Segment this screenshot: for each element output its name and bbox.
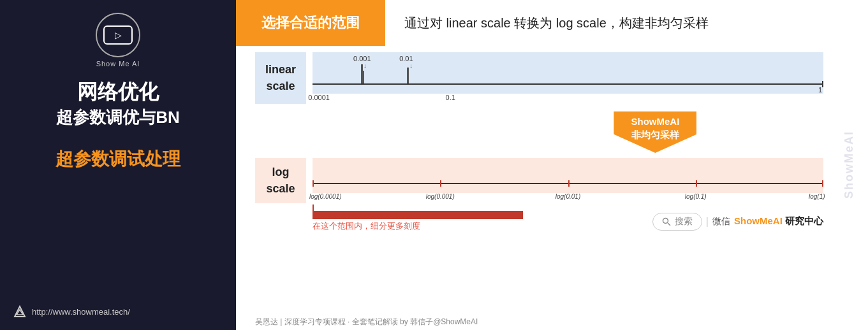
search-bar[interactable]: 搜索 xyxy=(652,213,702,231)
brand-rest: 研究中心 xyxy=(785,215,823,226)
logo-text: Show Me AI xyxy=(96,60,140,68)
log-tick-4 xyxy=(822,180,823,187)
log-label-text: logscale xyxy=(266,164,295,196)
arrow-01: ↓ xyxy=(409,62,413,69)
search-divider: | xyxy=(706,216,709,227)
log-ll-3: log(0.1) xyxy=(685,193,707,200)
bracket-right xyxy=(522,211,523,219)
log-chart xyxy=(313,158,823,193)
header-orange-label: 选择合适的范围 xyxy=(236,0,385,46)
ann-01: 0.01 xyxy=(399,55,413,62)
svg-point-2 xyxy=(663,218,668,223)
log-ll-1: log(0.001) xyxy=(426,193,455,200)
sidebar-title1: 网络优化 xyxy=(77,79,159,106)
sidebar-title2: 超参数调优与BN xyxy=(56,107,180,129)
sidebar-highlight: 超参数调试处理 xyxy=(55,147,180,171)
red-bar-wrapper xyxy=(313,211,523,219)
linear-chart: 0.001 0.01 ↓ ↓ 1 xyxy=(313,52,823,94)
linear-axis xyxy=(313,83,823,85)
ll-01: 0.1 xyxy=(446,94,455,101)
ann-left: 在这个范围内，细分更多刻度 xyxy=(313,211,523,232)
log-tick-0 xyxy=(313,180,314,187)
arrow-001: ↓ xyxy=(364,62,367,69)
log-ll-0: log(0.0001) xyxy=(309,193,342,200)
ann-text: 在这个范围内，细分更多刻度 xyxy=(313,220,523,232)
log-scale-section: logscale log(0.0001) log(0.001) xyxy=(255,158,823,203)
linear-label-text: linearscale xyxy=(265,62,296,94)
header-bar: 选择合适的范围 通过对 linear scale 转换为 log scale，构… xyxy=(236,0,868,46)
log-bottom-labels: log(0.0001) log(0.001) log(0.01) log(0.1… xyxy=(313,193,823,203)
log-tick-2 xyxy=(568,180,570,187)
arrow-container: ShowMeAI 非均匀采样 xyxy=(614,111,696,153)
ll-0001: 0.0001 xyxy=(308,94,330,101)
bar-001b xyxy=(362,71,364,83)
log-chart-area: log(0.0001) log(0.001) log(0.01) log(0.1… xyxy=(306,158,823,203)
main-content: ShowMeAI 选择合适的范围 通过对 linear scale 转换为 lo… xyxy=(236,0,868,330)
header-description: 通过对 linear scale 转换为 log scale，构建非均匀采样 xyxy=(385,0,868,46)
log-ll-2: log(0.01) xyxy=(555,193,580,200)
logo-area: Show Me AI xyxy=(96,13,140,68)
ann-001: 0.001 xyxy=(353,55,371,62)
arrow-box: ShowMeAI 非均匀采样 xyxy=(614,111,696,153)
sidebar: Show Me AI 网络优化 超参数调优与BN 超参数调试处理 http://… xyxy=(0,0,236,330)
content-area: linearscale 0.001 0.01 xyxy=(236,46,868,314)
sidebar-url[interactable]: http://www.showmeai.tech/ xyxy=(32,307,130,317)
log-ll-4: log(1) xyxy=(809,193,825,200)
brand-orange: ShowMeAI xyxy=(734,215,783,226)
footer: 吴恩达 | 深度学习专项课程 · 全套笔记解读 by 韩信子@ShowMeAI xyxy=(236,314,868,330)
arrow-wrapper: ShowMeAI 非均匀采样 xyxy=(255,111,823,153)
arrow-brand: ShowMeAI xyxy=(631,116,680,127)
arrow-section: ShowMeAI 非均匀采样 xyxy=(255,109,823,155)
search-icon xyxy=(662,217,671,226)
log-tick-1 xyxy=(440,180,441,187)
logo-circle xyxy=(96,13,140,57)
bar-01 xyxy=(407,68,409,83)
sidebar-bottom: http://www.showmeai.tech/ xyxy=(13,305,130,319)
brand-label: ShowMeAI 研究中心 xyxy=(734,215,823,227)
bottom-annotation: 在这个范围内，细分更多刻度 搜索 | 微信 ShowMeAI 研究中心 xyxy=(255,208,823,232)
linear-chart-area: 0.001 0.01 ↓ ↓ 1 0.0001 0.1 xyxy=(306,52,823,104)
search-placeholder: 搜索 xyxy=(675,216,693,227)
red-bar xyxy=(313,211,523,219)
linear-bottom-labels: 0.0001 0.1 xyxy=(313,94,823,104)
logo-icon xyxy=(103,25,133,45)
linear-scale-section: linearscale 0.001 0.01 xyxy=(255,52,823,104)
search-area: 搜索 | 微信 ShowMeAI 研究中心 xyxy=(652,213,823,231)
end-tick xyxy=(822,81,823,87)
log-tick-3 xyxy=(696,180,697,187)
svg-line-3 xyxy=(668,223,670,226)
arrow-text: 非均匀采样 xyxy=(631,129,679,140)
nav-icon xyxy=(13,305,27,319)
bracket-left xyxy=(313,204,314,211)
linear-scale-label: linearscale xyxy=(255,52,306,104)
wechat-label: 微信 xyxy=(712,216,730,227)
log-scale-label: logscale xyxy=(255,158,306,203)
footer-text: 吴恩达 | 深度学习专项课程 · 全套笔记解读 by 韩信子@ShowMeAI xyxy=(255,317,478,326)
end-label: 1 xyxy=(818,86,822,94)
